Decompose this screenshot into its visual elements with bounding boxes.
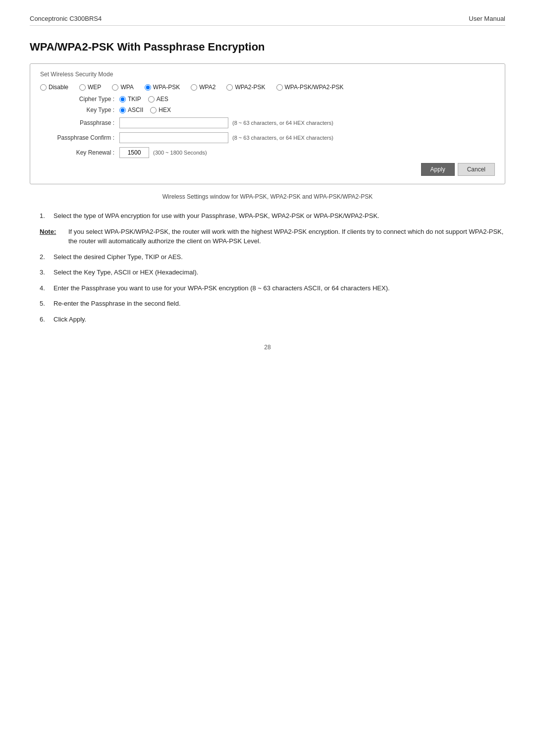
radio-wpa-psk[interactable]: WPA-PSK xyxy=(145,84,180,91)
note-text: If you select WPA-PSK/WPA2-PSK, the rout… xyxy=(68,227,505,246)
radio-wpa2-psk[interactable]: WPA2-PSK xyxy=(226,84,265,91)
key-renewal-input[interactable]: 1500 xyxy=(119,147,149,158)
instr-text-6: Click Apply. xyxy=(54,315,86,324)
apply-button[interactable]: Apply xyxy=(421,163,455,176)
instruction-6: 6. Click Apply. xyxy=(40,315,505,324)
instr-num-5: 5. xyxy=(40,299,50,309)
radio-tkip[interactable]: TKIP xyxy=(119,96,141,103)
instr-text-1: Select the type of WPA encryption for us… xyxy=(54,211,379,221)
cipher-type-row: Cipher Type : TKIP AES xyxy=(40,96,495,103)
radio-aes-input[interactable] xyxy=(148,96,155,103)
instr-num-4: 4. xyxy=(40,283,50,293)
key-type-label: Key Type : xyxy=(40,107,119,113)
radio-wpa-psk-wpa2-psk-input[interactable] xyxy=(276,84,283,91)
wireless-security-panel: Set Wireless Security Mode Disable WEP W… xyxy=(30,63,505,184)
key-renewal-row: Key Renewal : 1500 (300 ~ 1800 Seconds) xyxy=(40,147,495,158)
passphrase-hint: (8 ~ 63 characters, or 64 HEX characters… xyxy=(232,120,333,126)
instr-text-4: Enter the Passphrase you want to use for… xyxy=(54,283,390,293)
instr-num-1: 1. xyxy=(40,211,50,221)
passphrase-input[interactable] xyxy=(119,117,228,128)
key-renewal-hint: (300 ~ 1800 Seconds) xyxy=(153,150,207,156)
instr-num-2: 2. xyxy=(40,252,50,262)
passphrase-confirm-hint: (8 ~ 63 characters, or 64 HEX characters… xyxy=(232,135,333,141)
panel-caption: Wireless Settings window for WPA-PSK, WP… xyxy=(30,193,505,200)
radio-aes[interactable]: AES xyxy=(148,96,168,103)
panel-title: Set Wireless Security Mode xyxy=(40,71,495,78)
radio-hex-input[interactable] xyxy=(150,107,157,113)
passphrase-row: Passphrase : (8 ~ 63 characters, or 64 H… xyxy=(40,117,495,128)
radio-disable[interactable]: Disable xyxy=(40,84,68,91)
note-block: Note: If you select WPA-PSK/WPA2-PSK, th… xyxy=(40,227,505,246)
cipher-type-label: Cipher Type : xyxy=(40,96,119,103)
radio-wpa2[interactable]: WPA2 xyxy=(191,84,215,91)
radio-wpa-input[interactable] xyxy=(112,84,118,91)
radio-disable-input[interactable] xyxy=(40,84,47,91)
header-bar: Conceptronic C300BRS4 User Manual xyxy=(30,15,505,26)
note-label: Note: xyxy=(40,227,64,246)
passphrase-confirm-label: Passphrase Confirm : xyxy=(40,134,119,141)
radio-wpa-psk-wpa2-psk[interactable]: WPA-PSK/WPA2-PSK xyxy=(276,84,344,91)
radio-wep-input[interactable] xyxy=(79,84,86,91)
radio-tkip-input[interactable] xyxy=(119,96,126,103)
instr-text-2: Select the desired Cipher Type, TKIP or … xyxy=(54,252,183,262)
header-right: User Manual xyxy=(469,15,505,22)
instructions: 1. Select the type of WPA encryption for… xyxy=(40,211,505,324)
key-renewal-label: Key Renewal : xyxy=(40,149,119,156)
radio-wpa2-psk-input[interactable] xyxy=(226,84,233,91)
radio-hex[interactable]: HEX xyxy=(150,107,171,113)
key-type-radio-group: ASCII HEX xyxy=(119,107,171,113)
cipher-radio-group: TKIP AES xyxy=(119,96,168,103)
radio-wpa[interactable]: WPA xyxy=(112,84,133,91)
instruction-3: 3. Select the Key Type, ASCII or HEX (He… xyxy=(40,268,505,277)
header-left: Conceptronic C300BRS4 xyxy=(30,15,102,22)
cancel-button[interactable]: Cancel xyxy=(458,163,495,176)
passphrase-confirm-row: Passphrase Confirm : (8 ~ 63 characters,… xyxy=(40,132,495,143)
mode-radio-row: Disable WEP WPA WPA-PSK WPA2 WPA2-PSK WP… xyxy=(40,84,495,91)
instr-num-3: 3. xyxy=(40,268,50,277)
passphrase-confirm-input[interactable] xyxy=(119,132,228,143)
radio-wep[interactable]: WEP xyxy=(79,84,101,91)
radio-wpa2-input[interactable] xyxy=(191,84,197,91)
passphrase-label: Passphrase : xyxy=(40,119,119,126)
page-title: WPA/WPA2-PSK With Passphrase Encryption xyxy=(30,41,505,54)
page-number: 28 xyxy=(30,344,505,351)
instruction-1: 1. Select the type of WPA encryption for… xyxy=(40,211,505,221)
radio-wpa-psk-input[interactable] xyxy=(145,84,151,91)
key-type-row: Key Type : ASCII HEX xyxy=(40,107,495,113)
instruction-2: 2. Select the desired Cipher Type, TKIP … xyxy=(40,252,505,262)
instruction-5: 5. Re-enter the Passphrase in the second… xyxy=(40,299,505,309)
instruction-4: 4. Enter the Passphrase you want to use … xyxy=(40,283,505,293)
instr-text-5: Re-enter the Passphrase in the second fi… xyxy=(54,299,181,309)
instr-text-3: Select the Key Type, ASCII or HEX (Hexad… xyxy=(54,268,198,277)
radio-ascii[interactable]: ASCII xyxy=(119,107,143,113)
button-row: Apply Cancel xyxy=(40,163,495,176)
instr-num-6: 6. xyxy=(40,315,50,324)
radio-ascii-input[interactable] xyxy=(119,107,126,113)
